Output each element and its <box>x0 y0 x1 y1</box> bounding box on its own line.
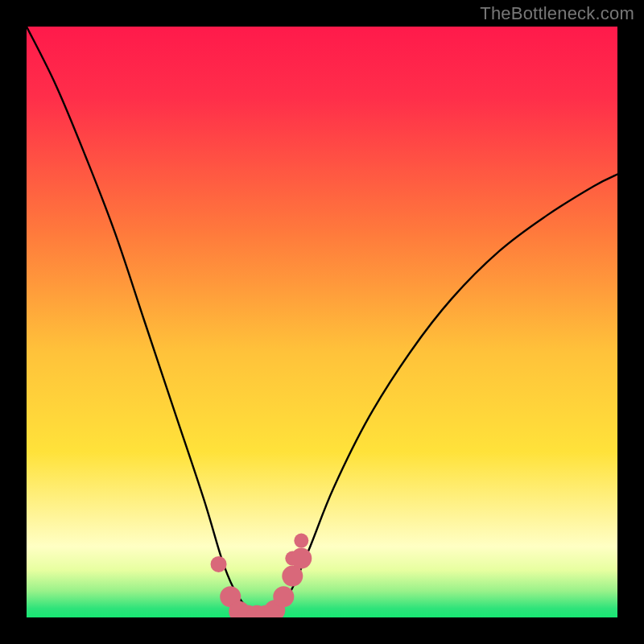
watermark-text: TheBottleneck.com <box>480 3 634 24</box>
highlight-dot <box>211 556 227 572</box>
bottleneck-curve-right <box>257 175 617 616</box>
chart-curve-layer <box>27 27 617 617</box>
bottleneck-curve-left <box>27 27 257 614</box>
highlight-dot <box>273 586 294 607</box>
chart-plot-area <box>27 27 617 617</box>
highlight-dot <box>291 548 312 569</box>
highlight-dot <box>282 566 303 587</box>
highlight-markers <box>211 534 312 617</box>
highlight-dot <box>294 534 308 548</box>
